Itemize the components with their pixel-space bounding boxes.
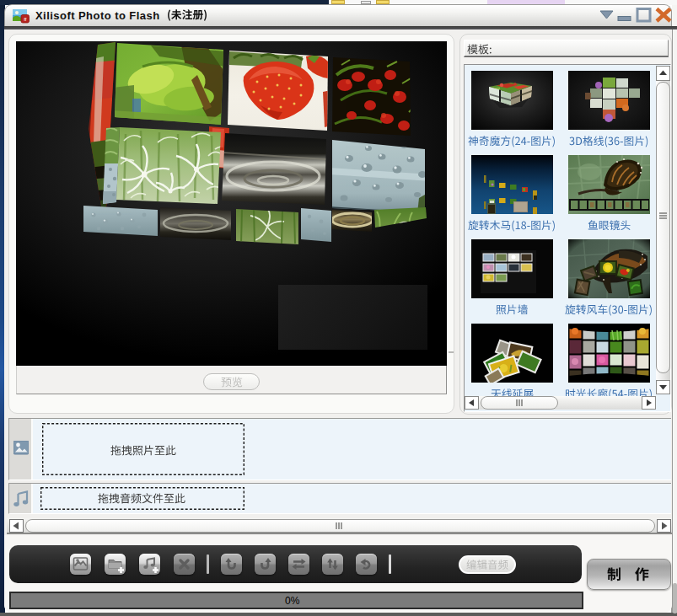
- svg-text:ff: ff: [24, 17, 27, 22]
